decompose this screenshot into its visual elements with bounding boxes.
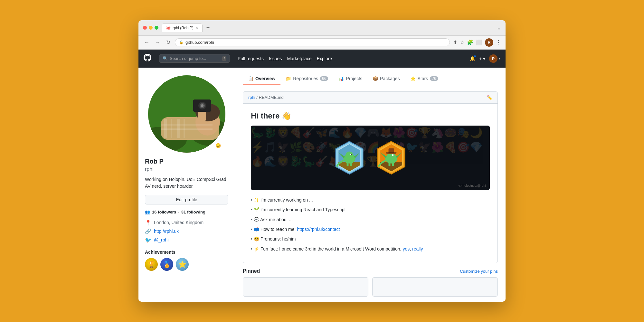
achievement-badge-3[interactable]: ⭐ [176,258,189,271]
github-content: 😊 Rob P rphi Working on Holopin. UoE Com… [138,68,506,302]
projects-tab-icon: 📊 [338,76,344,81]
readme-body: Hi there 👋 🦕🐉🦁🍕🎸🦋🌊🔥💎🎮🦊🌺🎯🏆🦄🍩🎭🌙⚡🎵🦅🌿🎨🚀🦖🍦🎲🌈🎪… [243,104,497,263]
pinned-repos [243,277,498,297]
svg-point-30 [351,154,352,155]
profile-main: 📋 Overview 📁 Repositories 66 📊 Projects … [235,68,506,302]
github-favicon: 🐙 [166,26,171,30]
readme-filename: README.md [259,95,284,100]
maximize-button[interactable] [155,26,158,30]
svg-rect-31 [347,162,349,166]
tab-projects[interactable]: 📊 Projects [333,73,367,85]
achievements-title: Achievements [145,250,228,255]
readme-edit-button[interactable]: ✏️ [487,95,492,100]
sidebar-icon[interactable]: ⬜ [476,39,482,45]
followers-link[interactable]: 16 followers [152,210,176,214]
packages-tab-icon: 📦 [373,76,378,81]
close-button[interactable] [143,26,147,30]
stars-tab-icon: ⭐ [410,76,416,81]
tab-overview[interactable]: 📋 Overview [243,73,280,85]
list-item-1: 🌱 I'm currently learning React and Types… [251,206,490,213]
svg-rect-43 [389,152,394,153]
following-link[interactable]: 31 following [181,210,205,214]
customize-pins-link[interactable]: Customize your pins [460,269,498,274]
more-options-icon[interactable]: ⋮ [496,39,501,45]
window-chevron: ⌄ [497,25,501,31]
list-emoji-2: 💬 [254,217,259,222]
active-tab[interactable]: 🐙 rphi (Rob P) ✕ [162,24,203,32]
tab-stars[interactable]: ⭐ Stars 76 [405,73,443,85]
readme-user-link[interactable]: rphi [248,95,255,100]
list-emoji-3: 📫 [254,227,259,232]
svg-rect-14 [161,124,213,126]
svg-point-26 [346,151,353,158]
user-avatar: R [489,54,497,63]
repos-tab-icon: 📁 [286,76,291,81]
pinned-repo-2[interactable] [372,277,498,297]
really-link[interactable]: really [412,246,423,251]
share-icon[interactable]: ⬆ [453,39,457,45]
pinned-repo-1[interactable] [243,277,368,297]
edit-profile-button[interactable]: Edit profile [145,195,228,204]
yes-link[interactable]: yes [402,246,410,251]
browser-profile-avatar[interactable]: R [485,38,493,47]
github-search[interactable]: 🔍 Search or jump to... / [159,54,230,63]
svg-point-45 [393,155,394,156]
location-icon: 📍 [145,220,151,226]
tab-packages[interactable]: 📦 Packages [367,73,405,85]
refresh-button[interactable]: ↻ [165,39,172,46]
notification-badge [473,55,477,58]
pinned-title: Pinned [243,268,260,274]
title-bar: 🐙 rphi (Rob P) ✕ + ⌄ [138,20,506,36]
breadcrumb-separator: / [256,95,259,100]
readme-greeting: Hi there 👋 [251,111,490,120]
followers-icon: 👥 [145,210,150,214]
followers-row: 👥 16 followers · 31 following [145,210,228,214]
achievement-badge-2[interactable]: 🏅 [160,258,173,271]
address-input[interactable]: 🔒 github.com/rphi [175,38,450,46]
twitter-link[interactable]: @_rphi [154,237,168,242]
svg-rect-32 [350,162,352,166]
extensions-icon[interactable]: 🧩 [467,39,473,45]
nav-marketplace[interactable]: Marketplace [287,56,311,61]
achievement-badge-1[interactable]: 🏆 [145,258,158,271]
location-item: 📍 London, United Kingdom [145,220,228,226]
list-emoji-5: ⚡ [254,246,259,251]
profile-tabs: 📋 Overview 📁 Repositories 66 📊 Projects … [243,73,498,85]
forward-button[interactable]: → [154,39,162,46]
readme-list: ✨ I'm currently working on ... 🌱 I'm cur… [251,196,490,252]
github-nav-links: Pull requests Issues Marketplace Explore [238,56,332,61]
github-navbar: 🔍 Search or jump to... / Pull requests I… [138,50,506,68]
achievements-row: 🏆 🏅 ⭐ [145,258,228,271]
website-link[interactable]: http://rphi.uk [154,229,179,234]
new-tab-button[interactable]: + [205,24,211,31]
minimize-button[interactable] [149,26,153,30]
lock-icon: 🔒 [179,40,184,44]
search-shortcut-badge: / [222,56,226,61]
list-emoji-4: 😄 [254,236,259,242]
avatar-emoji: 😊 [214,141,223,150]
bookmark-icon[interactable]: ☆ [460,39,464,45]
nav-explore[interactable]: Explore [317,56,332,61]
user-menu-chevron: ▾ [499,57,500,60]
holopin-badge-2 [374,140,409,175]
list-item-0: ✨ I'm currently working on ... [251,196,490,204]
github-logo[interactable] [144,54,151,63]
list-emoji-0: ✨ [254,197,259,203]
list-item-5: ⚡ Fun fact: I once came 3rd in the world… [251,245,490,252]
profile-avatar [148,75,225,153]
create-button[interactable]: + ▾ [479,56,485,61]
back-button[interactable]: ← [143,39,151,46]
twitter-item: 🐦 @_rphi [145,237,228,243]
user-menu[interactable]: R ▾ [489,54,500,63]
notifications-button[interactable]: 🔔 [470,56,475,61]
tab-close-button[interactable]: ✕ [195,26,198,30]
search-placeholder: Search or jump to... [170,56,206,61]
nav-issues[interactable]: Issues [269,56,282,61]
readme-breadcrumb: rphi / README.md [248,95,284,100]
tab-repositories[interactable]: 📁 Repositories 66 [280,73,333,85]
contact-link[interactable]: https://rphi.uk/contact [297,227,340,232]
holopin-banner: 🦕🐉🦁🍕🎸🦋🌊🔥💎🎮🦊🌺🎯🏆🦄🍩🎭🌙⚡🎵🦅🌿🎨🚀🦖🍦🎲🌈🎪🦑🐦🦅🌺🍕🎯💎🔥🌊🦁🐉… [251,126,490,190]
avatar-svg [148,75,225,153]
location-text: London, United Kingdom [154,220,204,225]
nav-pull-requests[interactable]: Pull requests [238,56,264,61]
